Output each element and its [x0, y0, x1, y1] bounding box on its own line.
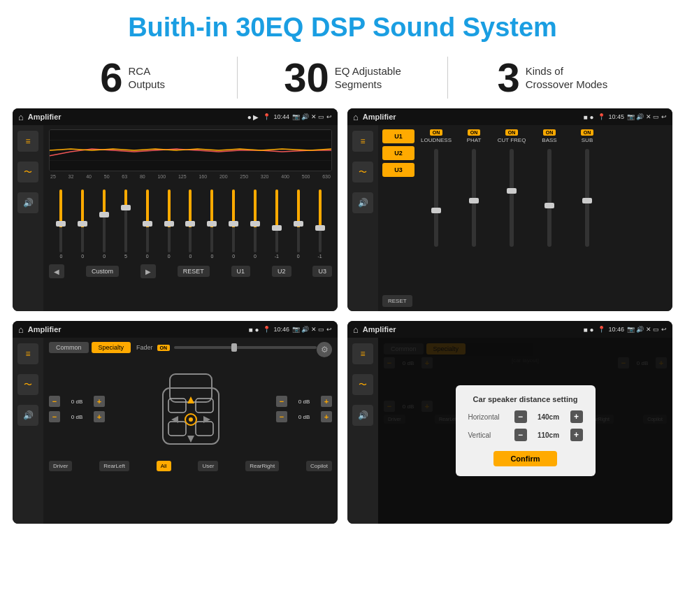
u2-preset[interactable]: U2	[382, 146, 414, 160]
channel-name-bass: BASS	[542, 137, 556, 143]
home-icon-1: ⌂	[18, 112, 24, 122]
status-dot-1: ● ▶	[247, 113, 259, 121]
reset-label[interactable]: RESET	[178, 266, 210, 277]
app-name-4: Amplifier	[363, 325, 579, 334]
amp-left-controls: ≡ 〜 🔊	[347, 125, 378, 311]
vertical-minus[interactable]: −	[514, 429, 527, 441]
spk4-eq-btn[interactable]: ≡	[352, 343, 373, 364]
vol-minus-fl[interactable]: −	[49, 396, 60, 407]
spk-left-controls: ≡ 〜 🔊	[13, 338, 43, 524]
user-btn[interactable]: User	[198, 461, 218, 471]
u2-label[interactable]: U2	[272, 266, 291, 277]
stat-number-eq: 30	[284, 57, 329, 98]
stat-text-rca: RCA Outputs	[129, 64, 166, 92]
u1-preset[interactable]: U1	[382, 129, 414, 143]
horizontal-plus[interactable]: +	[570, 410, 583, 423]
confirm-button[interactable]: Confirm	[493, 451, 556, 466]
vol-minus-rl[interactable]: −	[49, 411, 60, 422]
rearright-btn[interactable]: RearRight	[245, 461, 279, 471]
horizontal-minus[interactable]: −	[514, 410, 527, 423]
channel-name-phat: PHAT	[467, 137, 482, 143]
screen-speaker: ⌂ Amplifier ■ ● 📍 10:46 📷 🔊 ✕ ▭ ↩ ≡ 〜 🔊 …	[13, 321, 338, 524]
status-dot-3: ■ ●	[249, 326, 259, 334]
distance-dialog: Car speaker distance setting Horizontal …	[456, 385, 596, 476]
channel-name-sub: SUB	[582, 137, 593, 143]
spk4-wave-btn[interactable]: 〜	[352, 374, 373, 395]
next-btn[interactable]: ▶	[140, 264, 156, 278]
u3-preset[interactable]: U3	[382, 163, 414, 177]
screen-eq: ⌂ Amplifier ● ▶ 📍 10:44 📷 🔊 ✕ ▭ ↩ ≡ 〜 🔊	[13, 108, 338, 311]
wave-control-btn[interactable]: 〜	[17, 162, 38, 182]
vol-row-fr: − 0 dB +	[276, 396, 332, 407]
amp-channels: ON LOUDNESS ON PHAT	[419, 129, 668, 250]
left-volume-col: − 0 dB + − 0 dB +	[49, 396, 105, 422]
fader-row: Fader ON	[136, 344, 317, 351]
rearleft-btn[interactable]: RearLeft	[99, 461, 129, 471]
spk4-vol-btn[interactable]: 🔊	[352, 405, 373, 426]
vol-row-rl: − 0 dB +	[49, 411, 105, 422]
stat-item-rca: 6 RCA Outputs	[28, 57, 237, 98]
channel-loudness: ON LOUDNESS	[419, 129, 454, 250]
status-dot-4: ■ ●	[584, 326, 594, 334]
home-icon-2: ⌂	[353, 112, 359, 122]
channel-bass: ON BASS	[532, 129, 567, 250]
u1-label[interactable]: U1	[231, 266, 251, 277]
vol-value-fr: 0 dB	[289, 399, 319, 405]
speaker-control-btn[interactable]: 🔊	[17, 192, 38, 213]
stat-item-eq: 30 EQ Adjustable Segments	[238, 57, 447, 98]
prev-btn[interactable]: ◀	[49, 264, 64, 278]
vol-plus-fr[interactable]: +	[321, 396, 332, 407]
svg-marker-12	[187, 396, 194, 403]
on-badge-fader: ON	[157, 345, 171, 351]
stat-text-crossover: Kinds of Crossover Modes	[526, 64, 608, 92]
screen-distance: ⌂ Amplifier ■ ● 📍 10:46 📷 🔊 ✕ ▭ ↩ ≡ 〜 🔊 …	[347, 321, 672, 524]
car-svg-area	[110, 360, 271, 458]
mode-tabs: Common Specialty	[49, 342, 131, 353]
svg-point-11	[189, 417, 193, 422]
fader-track[interactable]	[174, 346, 317, 349]
amp-spk-btn[interactable]: 🔊	[352, 192, 373, 213]
vol-value-rr: 0 dB	[289, 414, 319, 420]
vol-plus-rl[interactable]: +	[94, 411, 105, 422]
status-icons-3: 📍 10:46 📷 🔊 ✕ ▭ ↩	[263, 326, 332, 333]
on-badge-sub: ON	[581, 129, 594, 136]
channel-sub: ON SUB	[570, 129, 605, 250]
vol-plus-rr[interactable]: +	[321, 411, 332, 422]
tab-common[interactable]: Common	[49, 342, 89, 353]
on-badge-phat: ON	[468, 129, 481, 136]
left-controls-1: ≡ 〜 🔊	[13, 125, 43, 311]
driver-btn[interactable]: Driver	[49, 461, 72, 471]
amp-eq-btn[interactable]: ≡	[352, 131, 373, 152]
spk-vol-btn[interactable]: 🔊	[17, 405, 38, 426]
stat-number-rca: 6	[100, 57, 122, 98]
eq-control-btn[interactable]: ≡	[17, 131, 38, 152]
svg-rect-8	[168, 422, 186, 436]
vertical-value: 110cm	[535, 431, 563, 439]
u3-label[interactable]: U3	[312, 266, 332, 277]
vertical-plus[interactable]: +	[570, 429, 583, 441]
on-badge-loudness: ON	[430, 129, 443, 136]
vol-minus-rr[interactable]: −	[276, 411, 287, 422]
spk-eq-btn[interactable]: ≡	[17, 343, 38, 364]
on-badge-bass: ON	[543, 129, 556, 136]
settings-icon[interactable]: ⚙	[317, 342, 332, 357]
all-btn[interactable]: All	[157, 461, 171, 471]
copilot-btn[interactable]: Copilot	[306, 461, 332, 471]
reset-btn-2[interactable]: RESET	[382, 295, 412, 307]
amp-wave-btn[interactable]: 〜	[352, 162, 373, 182]
svg-marker-13	[187, 436, 194, 443]
spk-wave-btn[interactable]: 〜	[17, 374, 38, 395]
spk4-main-area: Common Specialty − 0 dB + −	[378, 338, 672, 524]
stat-number-crossover: 3	[497, 57, 519, 98]
vol-minus-fr[interactable]: −	[276, 396, 287, 407]
status-bar-1: ⌂ Amplifier ● ▶ 📍 10:44 📷 🔊 ✕ ▭ ↩	[13, 108, 338, 125]
horizontal-row: Horizontal − 140cm +	[468, 410, 583, 423]
spk-main-area: Common Specialty Fader ON ⚙	[43, 338, 338, 524]
svg-rect-9	[196, 422, 213, 436]
app-name-2: Amplifier	[363, 113, 579, 121]
bottom-labels-row: Driver RearLeft All User RearRight Copil…	[49, 461, 332, 471]
vol-plus-fl[interactable]: +	[94, 396, 105, 407]
dialog-title: Car speaker distance setting	[468, 395, 583, 403]
tab-specialty[interactable]: Specialty	[92, 342, 131, 353]
fader-label: Fader	[136, 344, 153, 351]
